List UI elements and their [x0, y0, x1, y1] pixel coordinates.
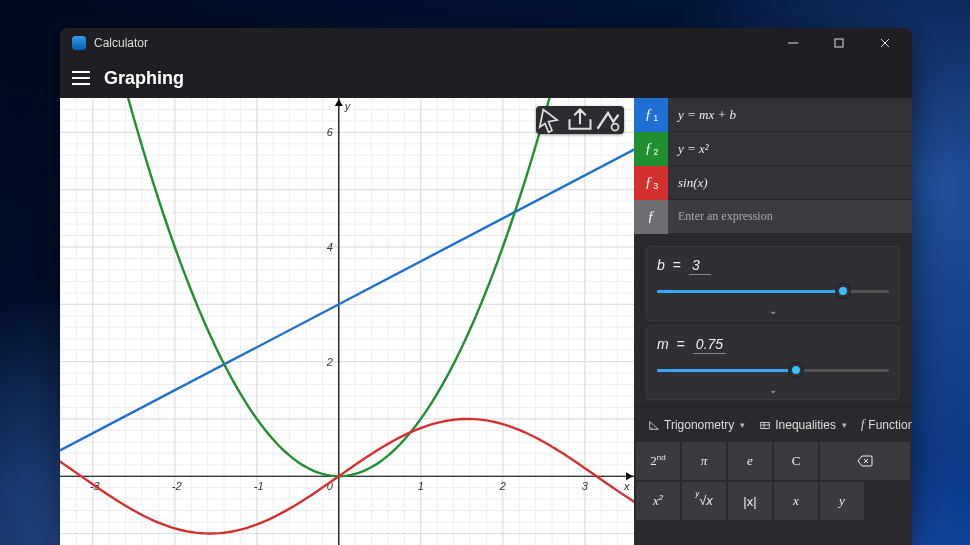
variable-value[interactable]: 0.75: [693, 336, 726, 354]
svg-marker-94: [626, 472, 633, 480]
key-y[interactable]: y: [820, 482, 864, 520]
mode-title: Graphing: [104, 68, 184, 89]
svg-point-108: [612, 124, 619, 131]
titlebar: Calculator: [60, 28, 912, 58]
key-clear[interactable]: C: [774, 442, 818, 480]
svg-text:2: 2: [326, 356, 333, 368]
svg-text:4: 4: [327, 241, 333, 253]
graph-settings-icon[interactable]: [594, 108, 622, 132]
variable-header: m=0.75: [657, 336, 889, 354]
svg-text:2: 2: [499, 480, 506, 492]
variables-section: b=3⌄m=0.75⌄: [634, 234, 912, 406]
svg-text:-2: -2: [172, 480, 182, 492]
svg-text:1: 1: [418, 480, 424, 492]
function-badge[interactable]: ƒ2: [634, 132, 668, 166]
svg-text:3: 3: [582, 480, 589, 492]
key-2nd[interactable]: 2nd: [636, 442, 680, 480]
variable-slider[interactable]: [657, 279, 889, 303]
function-button[interactable]: f Function ▾: [855, 413, 912, 436]
svg-text:x: x: [623, 480, 630, 492]
function-badge[interactable]: ƒ1: [634, 98, 668, 132]
svg-text:6: 6: [327, 126, 334, 138]
svg-marker-95: [335, 99, 343, 106]
chevron-down-icon[interactable]: ⌄: [657, 303, 889, 316]
svg-rect-1: [835, 39, 843, 47]
function-icon: f: [861, 417, 864, 432]
hamburger-icon[interactable]: [72, 71, 90, 85]
minimize-button[interactable]: [770, 28, 816, 58]
key-backspace[interactable]: [820, 442, 910, 480]
svg-text:-1: -1: [254, 480, 264, 492]
function-badge-empty: ƒ: [634, 200, 668, 234]
graph-plot: -3-2-11232460xy: [60, 98, 634, 545]
side-panel: ƒ1y = mx + bƒ2y = x²ƒ3sin(x)ƒEnter an ex…: [634, 98, 912, 545]
inequality-icon: [759, 419, 771, 431]
trigonometry-button[interactable]: Trigonometry ▾: [642, 414, 751, 436]
category-label: Inequalities: [775, 418, 836, 432]
share-icon[interactable]: [566, 108, 594, 132]
app-window: Calculator Graphing -3-2-11232460xy: [60, 28, 912, 545]
variable-block: b=3⌄: [646, 246, 900, 321]
key-yroot[interactable]: y√x: [682, 482, 726, 520]
category-row: Trigonometry ▾ Inequalities ▾ f Function…: [634, 406, 912, 442]
header: Graphing: [60, 58, 912, 98]
variable-header: b=3: [657, 257, 889, 275]
variable-block: m=0.75⌄: [646, 325, 900, 400]
variable-value[interactable]: 3: [689, 257, 711, 275]
graph-toolbar: [536, 106, 624, 134]
function-expression[interactable]: sin(x): [668, 175, 912, 191]
maximize-button[interactable]: [816, 28, 862, 58]
chevron-down-icon: ▾: [740, 420, 745, 430]
category-label: Function: [868, 418, 912, 432]
category-label: Trigonometry: [664, 418, 734, 432]
close-button[interactable]: [862, 28, 908, 58]
function-placeholder[interactable]: Enter an expression: [668, 209, 912, 224]
variable-name: b: [657, 257, 665, 273]
keypad: 2ndπeCx2y√x|x|xy: [634, 442, 912, 520]
function-expression[interactable]: y = x²: [668, 141, 912, 157]
function-expression[interactable]: y = mx + b: [668, 107, 912, 123]
angle-icon: [648, 419, 660, 431]
svg-text:y: y: [344, 100, 352, 112]
graph-area[interactable]: -3-2-11232460xy: [60, 98, 634, 545]
chevron-down-icon: ▾: [842, 420, 847, 430]
function-badge[interactable]: ƒ3: [634, 166, 668, 200]
key-abs[interactable]: |x|: [728, 482, 772, 520]
function-row[interactable]: ƒ1y = mx + b: [634, 98, 912, 132]
function-list: ƒ1y = mx + bƒ2y = x²ƒ3sin(x)ƒEnter an ex…: [634, 98, 912, 234]
key-x-squared[interactable]: x2: [636, 482, 680, 520]
key-e[interactable]: e: [728, 442, 772, 480]
variable-slider[interactable]: [657, 358, 889, 382]
variable-name: m: [657, 336, 669, 352]
function-row[interactable]: ƒ2y = x²: [634, 132, 912, 166]
key-pi[interactable]: π: [682, 442, 726, 480]
trace-tool-icon[interactable]: [538, 108, 566, 132]
key-x[interactable]: x: [774, 482, 818, 520]
inequalities-button[interactable]: Inequalities ▾: [753, 414, 853, 436]
app-icon: [72, 36, 86, 50]
function-row[interactable]: ƒ3sin(x): [634, 166, 912, 200]
app-title: Calculator: [94, 36, 148, 50]
function-row-empty[interactable]: ƒEnter an expression: [634, 200, 912, 234]
chevron-down-icon[interactable]: ⌄: [657, 382, 889, 395]
